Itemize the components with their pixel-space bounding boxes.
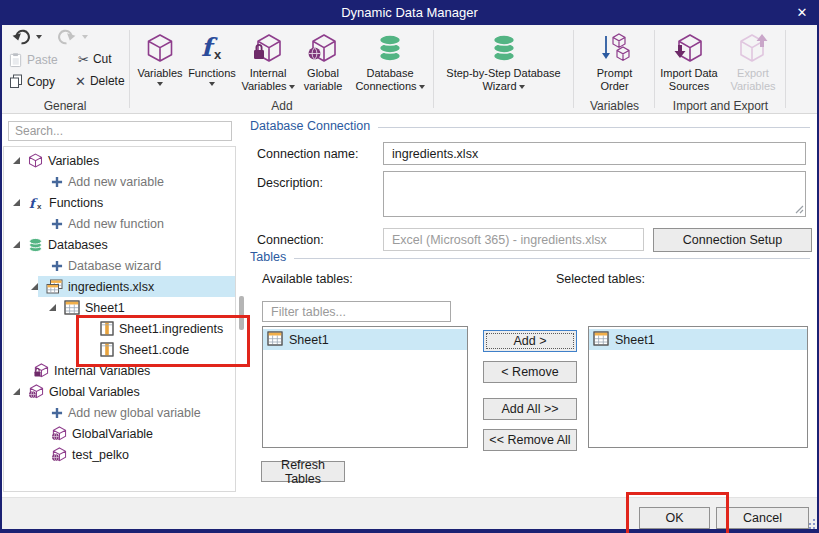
group-label-variables: Variables	[575, 99, 654, 113]
expander-icon[interactable]	[30, 282, 41, 291]
list-item-label: Sheet1	[615, 333, 655, 347]
paste-button[interactable]: Paste	[9, 52, 58, 68]
tree-item-ingredients-xlsx[interactable]: ingredients.xlsx	[4, 276, 235, 297]
tree-item-label: ingredients.xlsx	[68, 280, 154, 294]
internal-variables-line1: Internal	[250, 67, 287, 79]
tree-item-label: test_pelko	[72, 448, 129, 462]
copy-icon	[9, 74, 23, 89]
refresh-tables-button[interactable]: Refresh Tables	[261, 461, 345, 482]
header-rule	[378, 127, 810, 128]
copy-label: Copy	[27, 75, 55, 89]
tree-item-test-pelko[interactable]: test_pelko	[4, 444, 235, 465]
connection-name-label: Connection name:	[257, 147, 358, 161]
copy-button[interactable]: Copy	[9, 74, 55, 89]
paste-icon	[9, 52, 23, 68]
dropdown-caret-icon	[519, 85, 525, 89]
tree-item-global-variables[interactable]: Global Variables	[4, 381, 235, 402]
database-icon	[28, 237, 43, 253]
locked-cube-icon	[252, 30, 284, 64]
group-label-add: Add	[131, 99, 433, 113]
tree-item-functions[interactable]: fxFunctions	[4, 192, 235, 213]
wizard-label: Step-by-Step Database Wizard	[446, 67, 560, 93]
close-button[interactable]: ✕	[793, 3, 811, 21]
tree-item-label: Add new global variable	[68, 406, 201, 420]
paste-label: Paste	[27, 53, 58, 67]
redo-icon	[58, 29, 76, 45]
tree-item-database-wizard[interactable]: Database wizard	[4, 255, 235, 276]
tree-item-label: Databases	[48, 238, 108, 252]
group-separator	[654, 30, 655, 108]
tree-item-label: Sheet1	[85, 301, 125, 315]
redo-button[interactable]	[58, 29, 88, 45]
add-all-tables-button[interactable]: Add All >>	[483, 398, 577, 420]
add-table-button[interactable]: Add >	[483, 330, 577, 352]
group-label-general: General	[2, 99, 128, 113]
selected-tables-label: Selected tables:	[556, 272, 645, 286]
group-separator	[129, 30, 130, 108]
expander-icon[interactable]	[12, 387, 23, 396]
undo-icon	[12, 29, 30, 45]
close-icon: ✕	[797, 5, 808, 20]
filter-tables-input[interactable]	[262, 301, 451, 322]
tree-item-add-new-global-variable[interactable]: Add new global variable	[4, 402, 235, 423]
internal-variables-label: Internal Variables	[241, 67, 294, 93]
undo-button[interactable]	[12, 29, 42, 45]
prompt-order-line2: Order	[600, 80, 628, 92]
description-textarea[interactable]	[383, 171, 806, 217]
tree-item-label: Functions	[49, 196, 103, 210]
connection-name-input[interactable]	[383, 142, 806, 165]
connection-label: Connection:	[257, 233, 324, 247]
available-tables-list[interactable]: Sheet1	[262, 326, 468, 448]
description-label: Description:	[257, 176, 323, 190]
table-icon	[267, 331, 283, 349]
expander-icon[interactable]	[48, 303, 59, 312]
window-title: Dynamic Data Manager	[341, 5, 478, 20]
remove-table-button[interactable]: < Remove	[483, 361, 577, 383]
tree-item-label: Add new function	[68, 217, 164, 231]
list-item-sheet1[interactable]: Sheet1	[589, 329, 807, 350]
cube-lock-icon	[33, 363, 49, 378]
cut-button[interactable]: ✂ Cut	[78, 52, 112, 66]
prompt-order-line1: Prompt	[597, 67, 632, 79]
expander-icon[interactable]	[12, 240, 23, 249]
import-data-sources-label: Import Data Sources	[660, 67, 717, 93]
list-item-sheet1[interactable]: Sheet1	[263, 329, 467, 350]
prompt-order-icon	[600, 30, 630, 64]
database-connections-line2: Connections	[355, 80, 416, 92]
selected-tables-list[interactable]: Sheet1	[588, 326, 808, 448]
dropdown-caret-icon	[209, 82, 215, 86]
prompt-order-label: Prompt Order	[597, 67, 632, 93]
tree-item-label: Variables	[48, 154, 99, 168]
wizard-line2: Wizard	[482, 80, 516, 92]
annotation-box-tree-fields	[76, 315, 250, 367]
tree-item-variables[interactable]: Variables	[4, 150, 235, 171]
search-input[interactable]	[8, 121, 232, 141]
internal-variables-line2: Variables	[241, 80, 286, 92]
expander-icon[interactable]	[12, 198, 23, 207]
dropdown-caret-icon	[82, 35, 88, 39]
dropdown-caret-icon	[419, 85, 425, 89]
cancel-button[interactable]: Cancel	[716, 507, 809, 529]
tree-item-globalvariable[interactable]: GlobalVariable	[4, 423, 235, 444]
tree-item-add-new-variable[interactable]: Add new variable	[4, 171, 235, 192]
export-cube-icon	[737, 30, 769, 64]
database-stack-icon	[374, 30, 406, 64]
remove-all-tables-button[interactable]: << Remove All	[483, 429, 577, 451]
plus-icon	[51, 218, 63, 230]
cube-globe-icon	[51, 447, 67, 462]
connection-setup-button[interactable]: Connection Setup	[653, 228, 812, 252]
tree-item-add-new-function[interactable]: Add new function	[4, 213, 235, 234]
delete-icon: ✕	[75, 75, 86, 88]
wizard-line1: Step-by-Step Database	[446, 67, 560, 79]
tree-item-databases[interactable]: Databases	[4, 234, 235, 255]
expander-icon[interactable]	[12, 156, 23, 165]
textarea-resize-grip-icon[interactable]	[795, 205, 804, 214]
cut-label: Cut	[93, 52, 112, 66]
tables-header-label: Tables	[250, 250, 286, 264]
tree-item-label: Database wizard	[68, 259, 161, 273]
step-by-step-database-wizard-button[interactable]: Step-by-Step Database Wizard	[435, 28, 572, 118]
delete-button[interactable]: ✕ Delete	[75, 74, 125, 88]
import-cube-icon	[673, 30, 705, 64]
tree-item-label: Add new variable	[68, 175, 164, 189]
titlebar: Dynamic Data Manager ✕	[0, 0, 819, 25]
